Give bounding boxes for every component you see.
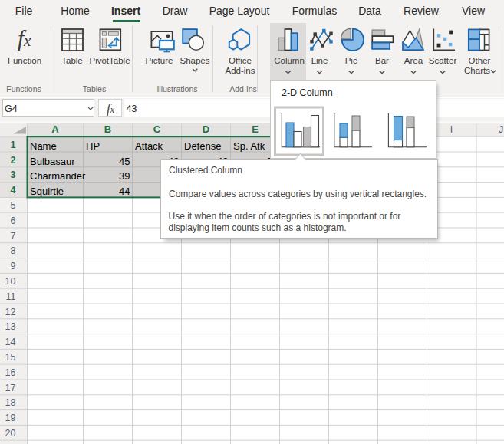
svg-text:E: E: [252, 123, 259, 135]
svg-text:13: 13: [5, 321, 16, 332]
svg-text:HP: HP: [86, 140, 100, 152]
svg-text:Sp. Atk: Sp. Atk: [233, 140, 265, 152]
svg-text:20: 20: [5, 428, 16, 439]
svg-text:J: J: [499, 124, 503, 135]
svg-text:D: D: [203, 123, 209, 135]
svg-text:3: 3: [11, 169, 16, 180]
svg-text:12: 12: [5, 307, 16, 317]
svg-text:10: 10: [5, 276, 16, 287]
svg-text:1: 1: [11, 140, 16, 150]
svg-text:B: B: [104, 123, 111, 135]
svg-text:2: 2: [11, 155, 16, 166]
svg-text:6: 6: [11, 215, 16, 226]
svg-text:44: 44: [119, 186, 130, 197]
svg-text:11: 11: [6, 291, 16, 302]
svg-text:17: 17: [5, 383, 16, 393]
svg-text:45: 45: [119, 156, 130, 167]
svg-text:Name: Name: [30, 140, 57, 152]
svg-text:fx: fx: [18, 26, 31, 51]
svg-text:9: 9: [11, 261, 16, 271]
svg-text:4: 4: [11, 185, 16, 196]
svg-text:A: A: [51, 123, 59, 135]
svg-text:Squirtle: Squirtle: [30, 186, 64, 197]
svg-text:8: 8: [11, 245, 16, 256]
svg-text:I: I: [450, 124, 453, 135]
svg-text:18: 18: [5, 397, 16, 408]
svg-text:7: 7: [11, 231, 16, 242]
svg-text:16: 16: [5, 367, 16, 378]
svg-text:C: C: [153, 123, 161, 135]
svg-text:Bulbasaur: Bulbasaur: [30, 156, 75, 167]
svg-text:Charmander: Charmander: [30, 170, 86, 182]
svg-text:39: 39: [119, 170, 130, 182]
svg-text:14: 14: [5, 337, 16, 347]
svg-text:19: 19: [5, 413, 16, 423]
svg-text:Attack: Attack: [135, 140, 163, 152]
svg-text:Defense: Defense: [184, 140, 221, 152]
svg-text:15: 15: [5, 352, 16, 363]
svg-text:5: 5: [11, 200, 16, 211]
